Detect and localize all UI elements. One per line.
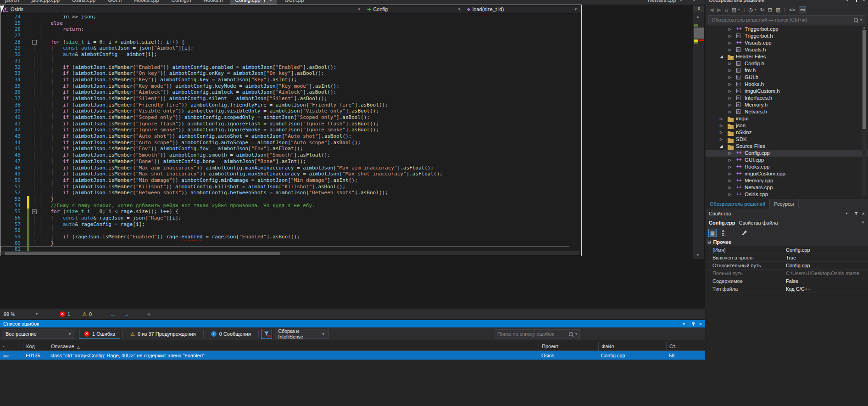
collapsed-arrow-icon[interactable]: ▷ [720, 124, 723, 128]
property-value[interactable]: Config.cpp [783, 246, 868, 254]
chevron-down-icon[interactable]: ▾ [860, 18, 862, 22]
collapsed-arrow-icon[interactable]: ▷ [729, 68, 731, 73]
tree-scrollbar[interactable]: ▲ [862, 27, 867, 197]
document-tab[interactable]: Hooks.h [198, 0, 228, 5]
vertical-scrollbar-map[interactable]: ⇕ ▲ ▼ [693, 6, 704, 259]
code-line[interactable]: 32 if (aimbotJson.isMember("Enabled")) a… [0, 64, 569, 71]
error-count-icon[interactable]: ✕ [60, 311, 65, 317]
collapsed-arrow-icon[interactable]: ▷ [729, 179, 731, 183]
fold-margin[interactable] [32, 133, 37, 140]
code-line[interactable]: 54 //Сижу я пащу осирис, хотел добавить … [0, 203, 569, 209]
fold-margin[interactable] [32, 26, 37, 33]
tree-item-sdk[interactable]: ▷SDK [706, 136, 868, 143]
chevron-down-icon[interactable]: ▾ [575, 332, 577, 336]
fold-margin[interactable] [32, 70, 37, 77]
expanded-arrow-icon[interactable]: ◢ [720, 55, 723, 59]
property-row[interactable]: Полный путьC:\Users\1\Desktop\Osiris-mas… [706, 270, 868, 277]
collapsed-arrow-icon[interactable]: ▷ [729, 151, 731, 155]
fold-margin[interactable] [32, 127, 37, 133]
scroll-up-icon[interactable]: ▲ [696, 15, 700, 19]
code-line[interactable]: 60 } [0, 240, 569, 247]
document-tab[interactable]: jsoncpp.cpp [27, 0, 65, 5]
member-dropdown[interactable]: ◆ load(size_t id) ▼ [464, 5, 580, 13]
property-value[interactable]: C:\Users\1\Desktop\Osiris-maste [783, 270, 868, 277]
scrollbar-thumb[interactable] [694, 28, 704, 39]
sync-with-active-document-icon[interactable]: ↻ [760, 6, 764, 13]
code-line[interactable]: 28− for (size_t i = 0; i < aimbot.size()… [0, 39, 569, 45]
tree-item-nskinz[interactable]: ▷nSkinz [706, 129, 868, 136]
document-tab[interactable]: json.h [0, 0, 24, 5]
close-icon[interactable]: × [270, 0, 273, 3]
code-line[interactable]: 42 if (aimbotJson.isMember("Ignore smoke… [0, 127, 569, 133]
search-icon[interactable] [854, 18, 858, 22]
scrollbar-thumb[interactable] [862, 30, 866, 129]
collapsed-arrow-icon[interactable]: ▷ [729, 82, 731, 86]
tab-overflow-icon[interactable]: ▾ [689, 0, 699, 5]
tree-item-memory-cpp[interactable]: ▷++Memory.cpp [706, 177, 868, 184]
pin-icon[interactable] [693, 322, 694, 326]
code-line[interactable]: 34 if (aimbotJson.isMember("Key")) aimbo… [0, 77, 569, 83]
scrollbar-thumb[interactable] [5, 252, 280, 255]
column-header[interactable]: Проект [539, 342, 598, 350]
collapsed-arrow-icon[interactable]: ▷ [729, 172, 731, 176]
fold-margin[interactable] [32, 234, 37, 240]
collapsed-arrow-icon[interactable]: ▷ [729, 96, 731, 100]
code-line[interactable]: 26 return; [0, 26, 569, 33]
code-line[interactable]: 29 const auto& aimbotJson = json["Aimbot… [0, 45, 569, 51]
code-line[interactable]: 47 if (aimbotJson.isMember("Bone")) aimb… [0, 158, 569, 165]
code-line[interactable]: 59 if (rageJson.isMember("Enabled")) rag… [0, 234, 569, 240]
scope-dropdown[interactable]: Все решение ▼ [2, 329, 75, 339]
fold-margin[interactable] [32, 108, 37, 114]
property-value[interactable]: False [783, 277, 868, 285]
column-header[interactable]: Ст... [666, 342, 705, 350]
type-dropdown[interactable]: ➜ Config ▼ [364, 5, 464, 13]
split-editor-handle[interactable]: ⇕ [693, 6, 704, 12]
code-line[interactable]: 24 in >> json; [0, 14, 569, 20]
fold-margin[interactable]: − [32, 39, 37, 45]
code-line[interactable]: 50 if (aimbotJson.isMember("Min damage")… [0, 177, 569, 184]
tree-item-hooks-cpp[interactable]: ▷++Hooks.cpp [706, 164, 868, 170]
pin-icon[interactable] [264, 0, 265, 2]
fold-margin[interactable] [32, 196, 37, 203]
code-line[interactable]: 43 if (aimbotJson.isMember("Auto shot"))… [0, 133, 569, 140]
property-value[interactable]: True [783, 254, 868, 261]
switch-views-icon[interactable]: ▤ [732, 6, 736, 13]
collapsed-arrow-icon[interactable]: ▷ [729, 62, 731, 66]
collapsed-arrow-icon[interactable]: ▷ [729, 186, 731, 190]
show-all-files-icon[interactable]: ▥ [776, 6, 780, 13]
code-line[interactable]: 25 else [0, 20, 569, 27]
collapsed-arrow-icon[interactable]: ▷ [729, 75, 731, 79]
properties-icon[interactable]: ▭ [799, 6, 806, 13]
document-tab[interactable]: GUI.cpp [279, 0, 309, 5]
solution-explorer-search[interactable]: Обозреватель решений — поиск (Ctrl+ж) ▾ [708, 15, 865, 24]
code-line[interactable]: 37 if (aimbotJson.isMember("Silent")) ai… [0, 96, 569, 102]
document-tab[interactable]: GUI.h [103, 0, 127, 5]
document-tab[interactable]: Netvars.cpp× [643, 0, 687, 5]
fold-margin[interactable] [32, 140, 37, 146]
tree-item-gui-h[interactable]: ▷hGUI.h [706, 74, 868, 81]
fold-margin[interactable] [32, 171, 37, 177]
code-line[interactable]: 31 [0, 58, 569, 64]
tree-item-interfaces-h[interactable]: ▷hInterfaces.h [706, 95, 868, 102]
code-line[interactable]: 33 if (aimbotJson.isMember("On key")) ai… [0, 70, 569, 77]
property-value[interactable]: Код C/C++ [783, 285, 868, 293]
document-tab[interactable]: Config.h [167, 0, 196, 5]
fold-margin[interactable] [32, 240, 37, 247]
code-viewport[interactable]: 24 in >> json;25 else26 return;2728− for… [0, 14, 581, 252]
pin-icon[interactable] [856, 212, 857, 215]
code-line[interactable]: 45 if (aimbotJson.isMember("Fov")) aimbo… [0, 146, 569, 152]
close-icon[interactable]: × [862, 211, 865, 216]
code-line[interactable]: 49 if (aimbotJson.isMember("Max shot ina… [0, 171, 569, 177]
code-line[interactable]: 46 if (aimbotJson.isMember("Smooth")) ai… [0, 152, 569, 158]
code-line[interactable]: 41 if (aimbotJson.isMember("Ignore flash… [0, 121, 569, 127]
fold-margin[interactable] [32, 45, 37, 51]
tree-item-hooks-h[interactable]: ▷hHooks.h [706, 81, 868, 88]
fold-margin[interactable] [32, 158, 37, 165]
fold-margin[interactable] [32, 203, 37, 209]
property-row[interactable]: Относительный путьConfig.cpp [706, 262, 868, 270]
property-category[interactable]: ⊟ Прочее [706, 238, 868, 246]
fold-margin[interactable]: − [32, 209, 37, 215]
code-line[interactable]: 53 } [0, 196, 569, 203]
fold-margin[interactable] [32, 227, 37, 234]
pending-changes-filter-icon[interactable]: ◷ [748, 6, 753, 13]
